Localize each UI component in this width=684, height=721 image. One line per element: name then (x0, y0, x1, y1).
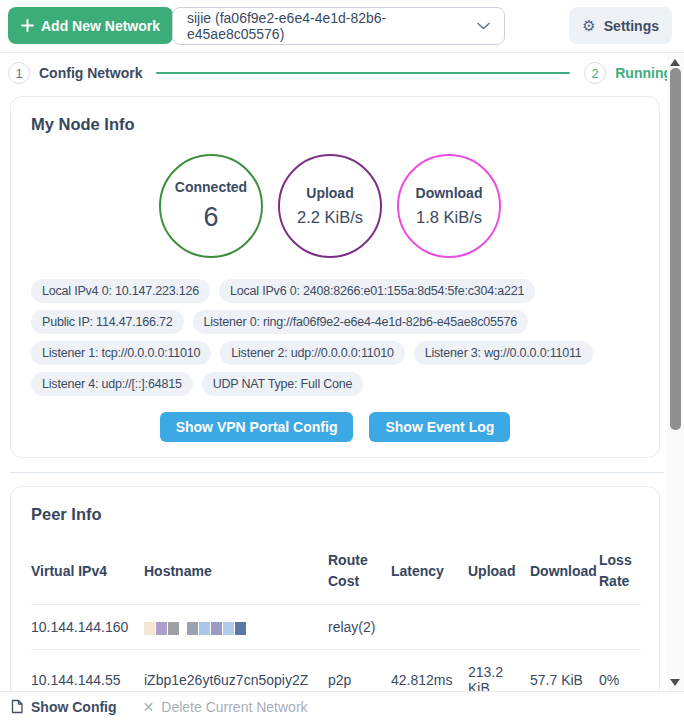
footer-bar: Show Config ✕ Delete Current Network (0, 691, 684, 721)
step2-number: 2 (584, 62, 606, 84)
delete-current-network-button[interactable]: ✕ Delete Current Network (143, 699, 308, 715)
tag-listener-0: Listener 0: ring://fa06f9e2-e6e4-4e1d-82… (193, 310, 529, 334)
step1-label: Config Network (39, 65, 142, 81)
show-vpn-portal-config-button[interactable]: Show VPN Portal Config (160, 412, 354, 442)
peer-row-1: 10.144.144.160 relay(2) (31, 605, 641, 650)
node-stat-knobs: Connected 6 Upload 2.2 KiB/s Download 1.… (159, 154, 659, 258)
add-new-network-label: Add New Network (41, 18, 160, 34)
tag-local-ipv4: Local IPv4 0: 10.147.223.126 (31, 279, 210, 303)
my-node-info-card: My Node Info Connected 6 Upload 2.2 KiB/… (10, 96, 660, 458)
network-select-value: sijie (fa06f9e2-e6e4-4e1d-82b6-e45ae8c05… (187, 10, 477, 42)
col-upload: Upload (468, 538, 530, 605)
peer1-loss-rate (599, 605, 641, 650)
vertical-scrollbar (667, 55, 684, 691)
peer-info-title: Peer Info (11, 487, 659, 524)
step-running[interactable]: 2 Running (584, 62, 672, 84)
tag-public-ip: Public IP: 114.47.166.72 (31, 310, 184, 334)
delete-network-label: Delete Current Network (161, 699, 307, 715)
tag-listener-2: Listener 2: udp://0.0.0.0:11010 (220, 341, 404, 365)
redacted-hostname-blocks (144, 619, 247, 635)
peer-table-header-row: Virtual IPv4 Hostname Route Cost Latency… (31, 538, 641, 605)
peer1-latency (391, 605, 468, 650)
peer1-download (530, 605, 599, 650)
node-info-title: My Node Info (11, 97, 659, 134)
col-loss-rate: Loss Rate (599, 538, 641, 605)
upload-knob-label: Upload (306, 185, 353, 201)
tag-listener-3: Listener 3: wg://0.0.0.0:11011 (414, 341, 593, 365)
chevron-down-icon (477, 22, 490, 30)
show-config-label: Show Config (31, 699, 117, 715)
peer-info-card: Peer Info Virtual IPv4 Hostname Route Co… (10, 486, 660, 721)
settings-button[interactable]: ⚙ Settings (569, 7, 672, 44)
download-knob-label: Download (416, 185, 483, 201)
settings-label: Settings (604, 18, 659, 34)
upload-knob-value: 2.2 KiB/s (297, 208, 363, 227)
step-indicator: 1 Config Network 2 Running (0, 53, 672, 93)
upload-knob: Upload 2.2 KiB/s (278, 154, 382, 258)
step-connector-line (156, 72, 570, 74)
scrollbar-up-arrow[interactable] (670, 59, 680, 66)
col-virtual-ipv4: Virtual IPv4 (31, 538, 144, 605)
col-route-cost: Route Cost (328, 538, 391, 605)
card-divider (10, 472, 664, 473)
tag-udp-nat-type: UDP NAT Type: Full Cone (202, 372, 364, 396)
scrollbar-down-arrow[interactable] (670, 679, 680, 686)
tag-listener-4: Listener 4: udp://[::]:64815 (31, 372, 193, 396)
file-icon (10, 699, 24, 714)
col-latency: Latency (391, 538, 468, 605)
step2-label: Running (615, 65, 672, 81)
top-toolbar: Add New Network sijie (fa06f9e2-e6e4-4e1… (0, 0, 684, 53)
connected-knob: Connected 6 (159, 154, 263, 258)
tag-local-ipv6: Local IPv6 0: 2408:8266:e01:155a:8d54:5f… (219, 279, 535, 303)
peer1-upload (468, 605, 530, 650)
node-info-tags: Local IPv4 0: 10.147.223.126 Local IPv6 … (31, 279, 660, 396)
connected-knob-label: Connected (175, 179, 247, 195)
connected-knob-value: 6 (203, 202, 218, 233)
node-buttons-row: Show VPN Portal Config Show Event Log (11, 412, 659, 442)
peer1-hostname-redacted (144, 605, 328, 650)
add-new-network-button[interactable]: Add New Network (8, 7, 173, 44)
show-config-button[interactable]: Show Config (10, 699, 117, 715)
col-hostname: Hostname (144, 538, 328, 605)
download-knob: Download 1.8 KiB/s (397, 154, 501, 258)
col-download: Download (530, 538, 599, 605)
peer-table: Virtual IPv4 Hostname Route Cost Latency… (31, 538, 641, 711)
close-icon: ✕ (143, 700, 155, 714)
scrollbar-thumb[interactable] (670, 68, 681, 430)
step-config-network[interactable]: 1 Config Network (8, 62, 142, 84)
gear-icon: ⚙ (582, 18, 595, 33)
tag-listener-1: Listener 1: tcp://0.0.0.0:11010 (31, 341, 211, 365)
network-select-dropdown[interactable]: sijie (fa06f9e2-e6e4-4e1d-82b6-e45ae8c05… (172, 7, 505, 45)
show-event-log-button[interactable]: Show Event Log (369, 412, 510, 442)
step1-number: 1 (8, 62, 30, 84)
download-knob-value: 1.8 KiB/s (416, 208, 482, 227)
peer1-route-cost: relay(2) (328, 605, 391, 650)
peer1-virtual-ipv4: 10.144.144.160 (31, 605, 144, 650)
plus-icon (21, 19, 34, 32)
